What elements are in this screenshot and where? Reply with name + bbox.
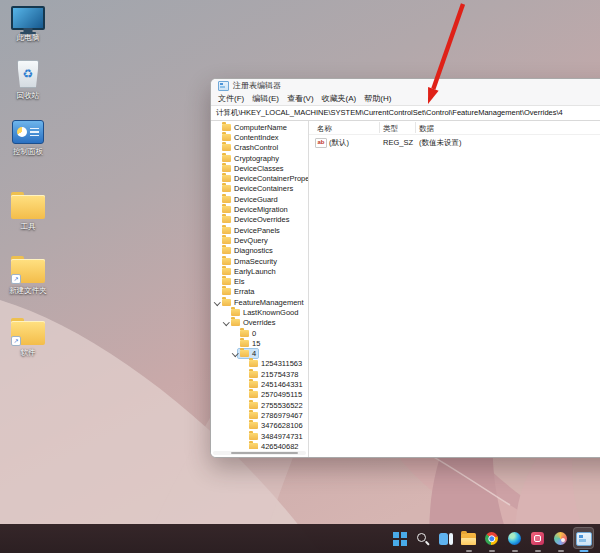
taskbar-photos-button[interactable] bbox=[526, 524, 549, 553]
running-indicator bbox=[535, 550, 541, 552]
folder-icon bbox=[222, 185, 231, 192]
registry-value-row[interactable]: ab (默认) REG_SZ (数值未设置) bbox=[309, 137, 600, 148]
tree-item-Errata[interactable]: Errata bbox=[211, 287, 308, 297]
tree-item-Els[interactable]: Els bbox=[211, 276, 308, 286]
recycle-bin-icon bbox=[17, 60, 39, 88]
tree-item-3484974731[interactable]: 3484974731 bbox=[211, 431, 308, 441]
column-header-name[interactable]: 名称 bbox=[317, 124, 332, 134]
chevron-placeholder bbox=[231, 338, 238, 348]
explorer-icon bbox=[461, 533, 476, 545]
tree-item-label: DeviceContainers bbox=[234, 184, 293, 193]
tree-node: DeviceContainerPropertyUpda bbox=[220, 174, 308, 183]
folder-icon bbox=[222, 144, 231, 151]
registry-value-pane: 名称 类型 数据 ab (默认) REG_SZ (数值未设置) bbox=[309, 121, 600, 457]
tree-item-4[interactable]: 4 bbox=[211, 349, 308, 359]
desktop-icon-folder-downloads[interactable]: ↗新建文件夹 bbox=[1, 256, 55, 295]
taskbar-explorer-button[interactable] bbox=[457, 524, 480, 553]
taskbar-edge-button[interactable] bbox=[503, 524, 526, 553]
tree-item-CrashControl[interactable]: CrashControl bbox=[211, 143, 308, 153]
tree-item-3476628106[interactable]: 3476628106 bbox=[211, 421, 308, 431]
tree-item-ComputerName[interactable]: ComputerName bbox=[211, 122, 308, 132]
tree-item-Cryptography[interactable]: Cryptography bbox=[211, 153, 308, 163]
tree-item-label: 0 bbox=[252, 329, 256, 338]
tree-item-0[interactable]: 0 bbox=[211, 328, 308, 338]
tree-item-label: DeviceOverrides bbox=[234, 215, 289, 224]
chevron-down-icon[interactable] bbox=[222, 318, 229, 328]
taskbar-search-button[interactable] bbox=[411, 524, 434, 553]
tree-item-Diagnostics[interactable]: Diagnostics bbox=[211, 246, 308, 256]
taskbar-paint-button[interactable] bbox=[549, 524, 572, 553]
column-divider[interactable] bbox=[415, 122, 416, 133]
taskbar-start-button[interactable] bbox=[388, 524, 411, 553]
menu-item-文[interactable]: 文件(F) bbox=[218, 93, 244, 104]
tree-item-1254311563[interactable]: 1254311563 bbox=[211, 359, 308, 369]
tree-item-426540682[interactable]: 426540682 bbox=[211, 441, 308, 449]
tree-item-label: DeviceClasses bbox=[234, 164, 284, 173]
taskbar-taskview-button[interactable] bbox=[434, 524, 457, 553]
desktop-icon-recycle-bin[interactable]: 回收站 bbox=[1, 60, 55, 100]
tree-item-2786979467[interactable]: 2786979467 bbox=[211, 410, 308, 420]
window-body: ComputerNameContentIndexCrashControlCryp… bbox=[211, 121, 600, 457]
column-divider[interactable] bbox=[379, 122, 380, 133]
chevron-placeholder bbox=[213, 246, 220, 256]
tree-item-EarlyLaunch[interactable]: EarlyLaunch bbox=[211, 266, 308, 276]
folder-icon bbox=[222, 206, 231, 213]
menu-item-收[interactable]: 收藏夹(A) bbox=[322, 93, 357, 104]
tree-item-ContentIndex[interactable]: ContentIndex bbox=[211, 132, 308, 142]
tree-node: DeviceClasses bbox=[220, 164, 286, 173]
menu-item-查[interactable]: 查看(V) bbox=[287, 93, 314, 104]
chevron-placeholder bbox=[240, 359, 247, 369]
folder-downloads-icon: ↗ bbox=[11, 256, 45, 283]
tree-item-label: DeviceContainerPropertyUpda bbox=[234, 174, 308, 183]
folder-icon bbox=[222, 268, 231, 275]
tree-item-DmaSecurity[interactable]: DmaSecurity bbox=[211, 256, 308, 266]
shortcut-arrow-icon: ↗ bbox=[11, 336, 21, 346]
taskbar-chrome-button[interactable] bbox=[480, 524, 503, 553]
desktop-icon-control-panel[interactable]: 控制面板 bbox=[1, 120, 55, 156]
column-header-data[interactable]: 数据 bbox=[419, 124, 434, 134]
tree-node: ComputerName bbox=[220, 123, 289, 132]
shortcut-arrow-icon: ↗ bbox=[11, 274, 21, 284]
tree-item-DeviceMigration[interactable]: DeviceMigration bbox=[211, 204, 308, 214]
tree-item-215754378[interactable]: 215754378 bbox=[211, 369, 308, 379]
folder-icon bbox=[222, 227, 231, 234]
chevron-placeholder bbox=[213, 184, 220, 194]
tree-item-2755536522[interactable]: 2755536522 bbox=[211, 400, 308, 410]
title-bar[interactable]: 注册表编辑器 bbox=[211, 79, 600, 92]
tree-item-DevQuery[interactable]: DevQuery bbox=[211, 235, 308, 245]
tree-item-15[interactable]: 15 bbox=[211, 338, 308, 348]
tree-item-2570495115[interactable]: 2570495115 bbox=[211, 390, 308, 400]
tree-node: Overrides bbox=[229, 318, 278, 327]
taskbar-regedit-button[interactable] bbox=[572, 524, 595, 553]
tree-node: Cryptography bbox=[220, 154, 281, 163]
menu-item-编[interactable]: 编辑(E) bbox=[252, 93, 279, 104]
tree-node: 2570495115 bbox=[247, 390, 304, 399]
tree-item-DevicePanels[interactable]: DevicePanels bbox=[211, 225, 308, 235]
chevron-down-icon[interactable] bbox=[231, 349, 238, 359]
tree-item-DeviceContainers[interactable]: DeviceContainers bbox=[211, 184, 308, 194]
tree-item-LastKnownGood[interactable]: LastKnownGood bbox=[211, 307, 308, 317]
chevron-down-icon[interactable] bbox=[213, 297, 220, 307]
tree-node: DevicePanels bbox=[220, 226, 282, 235]
tree-item-FeatureManagement[interactable]: FeatureManagement bbox=[211, 297, 308, 307]
tree-item-Overrides[interactable]: Overrides bbox=[211, 318, 308, 328]
tree-item-DeviceClasses[interactable]: DeviceClasses bbox=[211, 163, 308, 173]
desktop-icon-folder-tools[interactable]: 工具 bbox=[1, 192, 55, 231]
horizontal-scrollbar-thumb[interactable] bbox=[231, 452, 298, 454]
menu-item-帮[interactable]: 帮助(H) bbox=[364, 93, 391, 104]
chevron-placeholder bbox=[213, 225, 220, 235]
folder-icon bbox=[222, 165, 231, 172]
tree-item-DeviceContainerPropertyUpda[interactable]: DeviceContainerPropertyUpda bbox=[211, 173, 308, 183]
tree-item-label: DevicePanels bbox=[234, 226, 280, 235]
desktop-icon-this-pc[interactable]: 此电脑 bbox=[1, 6, 55, 42]
column-header-type[interactable]: 类型 bbox=[383, 124, 398, 134]
horizontal-scrollbar[interactable] bbox=[213, 451, 306, 455]
tree-item-DeviceGuard[interactable]: DeviceGuard bbox=[211, 194, 308, 204]
address-bar[interactable]: 计算机\HKEY_LOCAL_MACHINE\SYSTEM\CurrentCon… bbox=[211, 105, 600, 121]
tree-item-DeviceOverrides[interactable]: DeviceOverrides bbox=[211, 215, 308, 225]
desktop-icon-folder-soft[interactable]: ↗软件 bbox=[1, 318, 55, 357]
tree-item-2451464331[interactable]: 2451464331 bbox=[211, 379, 308, 389]
folder-icon bbox=[240, 340, 249, 347]
folder-icon bbox=[222, 278, 231, 285]
tree-node: 2755536522 bbox=[247, 401, 305, 410]
